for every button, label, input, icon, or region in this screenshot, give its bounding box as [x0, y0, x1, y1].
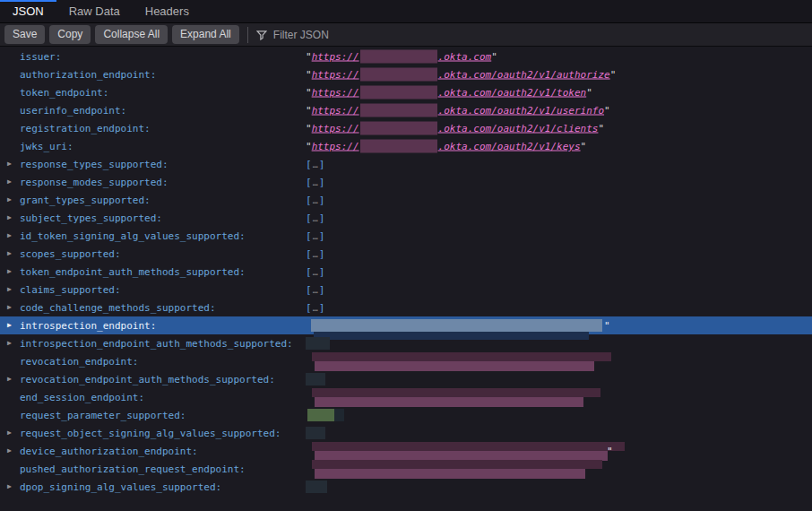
array-ellipsis: … — [313, 178, 318, 187]
expand-twisty-icon[interactable]: ▶ — [7, 232, 12, 239]
collapsed-array-value[interactable]: […] — [306, 248, 324, 260]
redacted-value — [311, 319, 602, 332]
url-link[interactable]: https:// — [312, 69, 359, 81]
close-quote: " — [491, 51, 497, 63]
json-row-introspection_endpoint[interactable]: ▶introspection_endpoint:" — [0, 316, 812, 334]
expand-twisty-icon[interactable]: ▶ — [7, 447, 12, 455]
json-row-response_types_supported[interactable]: ▶response_types_supported:[…] — [0, 155, 812, 173]
url-link[interactable]: .okta.com/oauth2/v1/userinfo — [438, 105, 604, 117]
collapsed-array-value[interactable]: […] — [306, 266, 324, 278]
expand-twisty-icon[interactable]: ▶ — [7, 268, 12, 275]
collapsed-array-value[interactable]: […] — [306, 195, 324, 206]
array-ellipsis: … — [313, 249, 318, 259]
collapsed-array-value[interactable]: […] — [306, 230, 324, 242]
json-value-url: "https://.okta.com/oauth2/v1/token" — [306, 86, 592, 100]
redacted-value — [306, 337, 330, 350]
array-ellipsis: … — [313, 231, 318, 241]
json-row-code_challenge_methods_supported[interactable]: ▶code_challenge_methods_supported:[…] — [0, 299, 812, 316]
url-link[interactable]: https:// — [312, 141, 359, 152]
json-row-token_endpoint[interactable]: token_endpoint:"https://.okta.com/oauth2… — [0, 83, 812, 101]
json-row-claims_supported[interactable]: ▶claims_supported:[…] — [0, 281, 812, 299]
json-row-grant_types_supported[interactable]: ▶grant_types_supported:[…] — [0, 191, 812, 209]
url-link[interactable]: https:// — [312, 87, 359, 99]
expand-twisty-icon[interactable]: ▶ — [7, 322, 12, 329]
redacted-value — [306, 481, 327, 493]
expand-twisty-icon[interactable]: ▶ — [7, 340, 12, 347]
open-quote: " — [306, 141, 312, 152]
expand-twisty-icon[interactable]: ▶ — [7, 250, 12, 257]
url-link[interactable]: https:// — [312, 123, 359, 134]
array-ellipsis: … — [313, 195, 318, 205]
json-key: response_types_supported: — [20, 159, 168, 170]
json-value-url: "https://.okta.com/oauth2/v1/authorize" — [306, 68, 616, 82]
json-row-revocation_endpoint[interactable]: revocation_endpoint: — [0, 352, 812, 370]
json-row-subject_types_supported[interactable]: ▶subject_types_supported:[…] — [0, 209, 812, 227]
json-row-userinfo_endpoint[interactable]: userinfo_endpoint:"https://.okta.com/oau… — [0, 101, 812, 119]
json-row-request_parameter_supported[interactable]: request_parameter_supported: — [0, 406, 812, 424]
json-value-url: "https://.okta.com/oauth2/v1/clients" — [306, 122, 604, 135]
collapse-all-button[interactable]: Collapse All — [95, 25, 168, 44]
tab-json[interactable]: JSON — [0, 0, 56, 22]
redacted-host — [360, 50, 437, 64]
filter-json-input[interactable]: Filter JSON — [256, 29, 329, 41]
json-row-request_object_signing_alg_values_supported[interactable]: ▶request_object_signing_alg_values_suppo… — [0, 424, 812, 442]
save-button[interactable]: Save — [4, 25, 45, 44]
redacted-host — [360, 86, 437, 100]
tab-raw-data[interactable]: Raw Data — [56, 0, 133, 22]
filter-funnel-icon — [256, 30, 267, 40]
json-row-jwks_uri[interactable]: jwks_uri:"https://.okta.com/oauth2/v1/ke… — [0, 137, 812, 155]
array-close-bracket: ] — [319, 284, 325, 296]
array-close-bracket: ] — [319, 177, 325, 188]
json-row-issuer[interactable]: issuer:"https://.okta.com" — [0, 48, 812, 65]
close-quote: " — [581, 141, 587, 152]
expand-twisty-icon[interactable]: ▶ — [7, 196, 12, 204]
json-row-pushed_authorization_request_endpoint[interactable]: pushed_authorization_request_endpoint: — [0, 460, 812, 478]
url-link[interactable]: .okta.com/oauth2/v1/clients — [438, 123, 599, 134]
array-close-bracket: ] — [319, 302, 325, 314]
array-open-bracket: [ — [306, 302, 312, 314]
url-link[interactable]: https:// — [312, 105, 359, 117]
json-row-device_authorization_endpoint[interactable]: ▶device_authorization_endpoint:" — [0, 442, 812, 460]
json-row-revocation_endpoint_auth_methods_supported[interactable]: ▶revocation_endpoint_auth_methods_suppor… — [0, 370, 812, 388]
json-row-scopes_supported[interactable]: ▶scopes_supported:[…] — [0, 245, 812, 263]
copy-button[interactable]: Copy — [49, 25, 91, 44]
url-link[interactable]: .okta.com/oauth2/v1/token — [438, 87, 587, 99]
collapsed-array-value[interactable]: […] — [306, 284, 324, 296]
expand-twisty-icon[interactable]: ▶ — [7, 376, 12, 383]
expand-twisty-icon[interactable]: ▶ — [7, 429, 12, 437]
json-row-end_session_endpoint[interactable]: end_session_endpoint: — [0, 388, 812, 406]
expand-twisty-icon[interactable]: ▶ — [7, 214, 12, 221]
expand-twisty-icon[interactable]: ▶ — [7, 160, 12, 168]
json-row-token_endpoint_auth_methods_supported[interactable]: ▶token_endpoint_auth_methods_supported:[… — [0, 263, 812, 281]
array-open-bracket: [ — [306, 212, 312, 224]
open-quote: " — [306, 69, 312, 81]
expand-twisty-icon[interactable]: ▶ — [7, 286, 12, 293]
json-key: jwks_uri: — [20, 141, 73, 152]
json-row-authorization_endpoint[interactable]: authorization_endpoint:"https://.okta.co… — [0, 65, 812, 83]
url-link[interactable]: .okta.com — [438, 51, 492, 63]
tab-headers[interactable]: Headers — [133, 0, 202, 22]
redacted-host — [360, 140, 437, 153]
json-row-response_modes_supported[interactable]: ▶response_modes_supported:[…] — [0, 173, 812, 191]
json-row-introspection_endpoint_auth_methods_supported[interactable]: ▶introspection_endpoint_auth_methods_sup… — [0, 334, 812, 352]
json-key: claims_supported: — [20, 284, 121, 296]
collapsed-array-value[interactable]: […] — [306, 159, 324, 170]
array-open-bracket: [ — [306, 159, 312, 170]
expand-twisty-icon[interactable]: ▶ — [7, 304, 12, 311]
json-key: subject_types_supported: — [20, 212, 162, 224]
url-link[interactable]: https:// — [312, 51, 359, 63]
json-row-dpop_signing_alg_values_supported[interactable]: ▶dpop_signing_alg_values_supported: — [0, 478, 812, 496]
collapsed-array-value[interactable]: […] — [306, 177, 324, 188]
json-row-registration_endpoint[interactable]: registration_endpoint:"https://.okta.com… — [0, 119, 812, 137]
expand-all-button[interactable]: Expand All — [172, 25, 239, 44]
url-link[interactable]: .okta.com/oauth2/v1/authorize — [438, 69, 610, 81]
viewer-tabbar: JSON Raw Data Headers — [0, 0, 812, 23]
url-link[interactable]: .okta.com/oauth2/v1/keys — [438, 141, 581, 152]
json-key: response_modes_supported: — [20, 177, 168, 188]
expand-twisty-icon[interactable]: ▶ — [7, 178, 12, 186]
collapsed-array-value[interactable]: […] — [306, 302, 324, 314]
json-row-id_token_signing_alg_values_supported[interactable]: ▶id_token_signing_alg_values_supported:[… — [0, 227, 812, 245]
expand-twisty-icon[interactable]: ▶ — [7, 483, 12, 490]
redacted-host — [360, 122, 437, 135]
collapsed-array-value[interactable]: […] — [306, 212, 324, 224]
